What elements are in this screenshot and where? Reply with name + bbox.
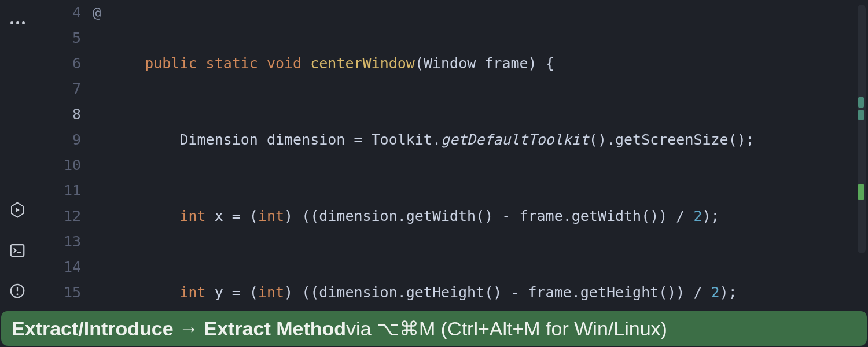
more-icon[interactable] <box>9 14 26 31</box>
scrollbar[interactable] <box>858 5 866 253</box>
code-line: int x = (int) ((dimension.getWidth() - f… <box>110 204 868 229</box>
editor-main: 4 5 6 7 8 9 10 11 12 13 14 15 @ public s… <box>0 0 868 311</box>
gutter-annotations: @ <box>93 0 110 311</box>
action-bar <box>0 0 35 311</box>
minimap-marker[interactable] <box>858 110 864 120</box>
svg-rect-0 <box>11 245 24 256</box>
tip-shortcut: via ⌥⌘M (Ctrl+Alt+M for Win/Linux) <box>346 317 667 340</box>
code-area[interactable]: public static void centerWindow(Window f… <box>110 0 868 311</box>
code-line: Dimension dimension = Toolkit.getDefault… <box>110 127 868 153</box>
code-line: int y = (int) ((dimension.getHeight() - … <box>110 280 868 305</box>
minimap-marker[interactable] <box>858 97 864 108</box>
svg-point-2 <box>17 293 19 295</box>
override-marker[interactable]: @ <box>93 0 110 25</box>
code-line: public static void centerWindow(Window f… <box>110 51 868 76</box>
tip-action: Extract/Introduce → Extract Method <box>12 318 346 340</box>
line-gutter: 4 5 6 7 8 9 10 11 12 13 14 15 <box>35 0 93 311</box>
run-hex-icon[interactable] <box>9 201 26 219</box>
editor[interactable]: 4 5 6 7 8 9 10 11 12 13 14 15 @ public s… <box>35 0 868 311</box>
tip-banner: Extract/Introduce → Extract Method via ⌥… <box>1 311 867 346</box>
terminal-icon[interactable] <box>9 242 26 259</box>
minimap-marker[interactable] <box>858 184 864 200</box>
problems-icon[interactable] <box>9 282 26 300</box>
